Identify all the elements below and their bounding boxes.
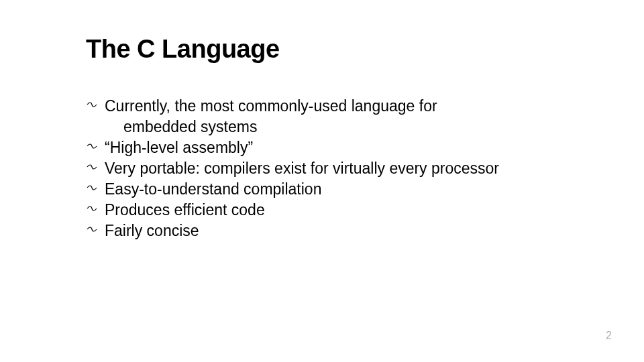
list-item: “High-level assembly” [86, 137, 569, 158]
list-item: Easy-to-understand compilation [86, 179, 569, 200]
bullet-icon [86, 97, 98, 115]
bullet-icon [86, 139, 98, 157]
list-item: Fairly concise [86, 221, 569, 241]
bullet-text: Currently, the most commonly-used langua… [105, 97, 437, 115]
bullet-text: Easy-to-understand compilation [105, 180, 321, 198]
bullet-icon [86, 160, 98, 178]
bullet-icon [86, 222, 98, 240]
list-item: Currently, the most commonly-used langua… [86, 96, 569, 137]
bullet-text: Very portable: compilers exist for virtu… [105, 160, 499, 177]
slide-container: The C Language Currently, the most commo… [0, 0, 644, 362]
bullet-text: “High-level assembly” [105, 139, 253, 156]
bullets-list: Currently, the most commonly-used langua… [86, 96, 569, 241]
slide-title: The C Language [86, 35, 644, 64]
bullet-icon [86, 180, 98, 198]
list-item: Very portable: compilers exist for virtu… [86, 158, 569, 179]
bullet-text-cont: embedded systems [105, 117, 569, 137]
list-item: Produces efficient code [86, 200, 569, 221]
bullet-icon [86, 201, 98, 219]
page-number: 2 [606, 330, 612, 342]
bullet-text: Fairly concise [105, 222, 199, 239]
bullet-text: Produces efficient code [105, 201, 265, 219]
